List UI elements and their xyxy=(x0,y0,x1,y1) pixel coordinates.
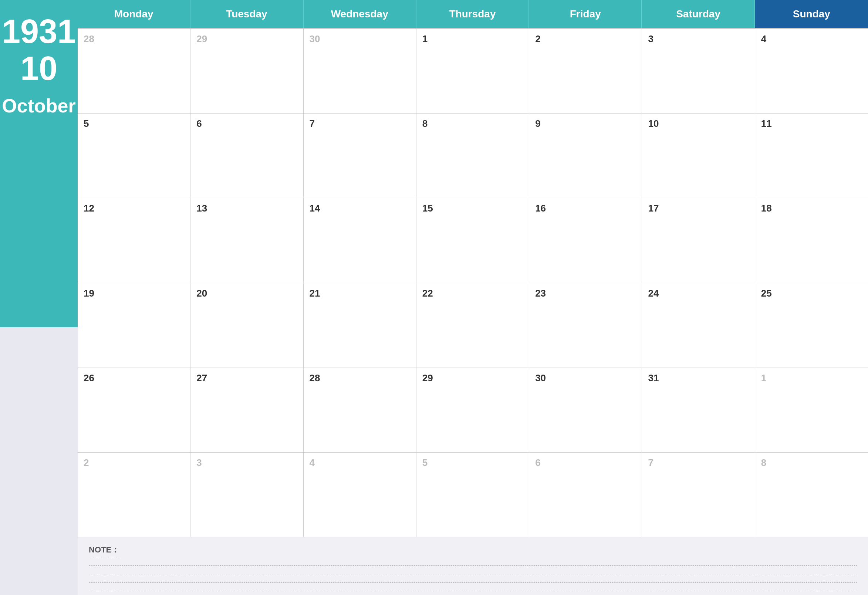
day-number: 3 xyxy=(648,33,653,44)
day-cell[interactable]: 23 xyxy=(529,283,642,368)
week-row-2: 567891011 xyxy=(78,114,868,198)
day-number: 26 xyxy=(84,372,94,384)
day-cell[interactable]: 6 xyxy=(529,453,642,537)
day-number: 3 xyxy=(196,457,202,468)
day-cell[interactable]: 8 xyxy=(755,453,868,537)
week-row-3: 12131415161718 xyxy=(78,198,868,283)
day-number: 30 xyxy=(535,372,546,384)
day-number: 28 xyxy=(84,33,94,44)
day-cell[interactable]: 29 xyxy=(416,368,529,452)
day-number: 4 xyxy=(761,33,766,44)
day-number: 1 xyxy=(422,33,428,44)
day-number: 7 xyxy=(648,457,653,468)
calendar-grid: MondayTuesdayWednesdayThursdayFridaySatu… xyxy=(78,0,868,537)
day-number: 15 xyxy=(422,203,433,214)
day-number: 25 xyxy=(761,288,772,299)
day-cell[interactable]: 27 xyxy=(190,368,303,452)
day-header-thursday: Thursday xyxy=(416,0,529,28)
day-cell[interactable]: 8 xyxy=(416,114,529,198)
day-cell[interactable]: 7 xyxy=(642,453,755,537)
day-cell[interactable]: 10 xyxy=(642,114,755,198)
day-cell[interactable]: 11 xyxy=(755,114,868,198)
day-header-friday: Friday xyxy=(529,0,642,28)
day-number: 17 xyxy=(648,203,659,214)
day-cell[interactable]: 14 xyxy=(304,198,416,282)
day-cell[interactable]: 17 xyxy=(642,198,755,282)
day-number: 18 xyxy=(761,203,772,214)
week-row-4: 19202122232425 xyxy=(78,283,868,368)
day-cell[interactable]: 24 xyxy=(642,283,755,368)
day-cell[interactable]: 2 xyxy=(78,453,190,537)
day-cell[interactable]: 25 xyxy=(755,283,868,368)
day-number: 6 xyxy=(535,457,540,468)
day-cell[interactable]: 15 xyxy=(416,198,529,282)
day-number: 14 xyxy=(310,203,320,214)
year-label: 1931 xyxy=(2,15,76,48)
day-number: 27 xyxy=(196,372,207,384)
day-number: 21 xyxy=(310,288,320,299)
day-cell[interactable]: 28 xyxy=(78,29,190,113)
day-number: 1 xyxy=(761,372,766,384)
day-number: 5 xyxy=(422,457,428,468)
day-number: 9 xyxy=(535,118,540,129)
day-headers-row: MondayTuesdayWednesdayThursdayFridaySatu… xyxy=(78,0,868,29)
day-cell[interactable]: 13 xyxy=(190,198,303,282)
month-number-label: 10 xyxy=(20,52,57,85)
day-cell[interactable]: 30 xyxy=(304,29,416,113)
day-cell[interactable]: 16 xyxy=(529,198,642,282)
day-header-saturday: Saturday xyxy=(642,0,755,28)
notes-section: NOTE： xyxy=(78,537,868,595)
calendar-page: 1931 10 October MondayTuesdayWednesdayTh… xyxy=(0,0,868,595)
weeks-container: 2829301234567891011121314151617181920212… xyxy=(78,29,868,537)
day-header-wednesday: Wednesday xyxy=(304,0,416,28)
day-number: 20 xyxy=(196,288,207,299)
week-row-5: 2627282930311 xyxy=(78,368,868,453)
day-number: 4 xyxy=(310,457,315,468)
day-cell[interactable]: 19 xyxy=(78,283,190,368)
day-number: 12 xyxy=(84,203,94,214)
day-cell[interactable]: 2 xyxy=(529,29,642,113)
day-cell[interactable]: 31 xyxy=(642,368,755,452)
day-header-tuesday: Tuesday xyxy=(190,0,303,28)
day-cell[interactable]: 18 xyxy=(755,198,868,282)
day-cell[interactable]: 4 xyxy=(755,29,868,113)
day-cell[interactable]: 22 xyxy=(416,283,529,368)
day-cell[interactable]: 30 xyxy=(529,368,642,452)
day-cell[interactable]: 6 xyxy=(190,114,303,198)
week-row-1: 2829301234 xyxy=(78,29,868,114)
day-number: 19 xyxy=(84,288,94,299)
note-line-2 xyxy=(89,574,857,574)
day-cell[interactable]: 3 xyxy=(190,453,303,537)
day-number: 29 xyxy=(196,33,207,44)
day-cell[interactable]: 1 xyxy=(416,29,529,113)
day-cell[interactable]: 9 xyxy=(529,114,642,198)
day-cell[interactable]: 5 xyxy=(416,453,529,537)
day-number: 8 xyxy=(761,457,766,468)
day-cell[interactable]: 21 xyxy=(304,283,416,368)
day-cell[interactable]: 29 xyxy=(190,29,303,113)
note-line-4 xyxy=(89,591,857,591)
day-number: 6 xyxy=(196,118,202,129)
day-cell[interactable]: 4 xyxy=(304,453,416,537)
day-header-monday: Monday xyxy=(78,0,190,28)
day-number: 24 xyxy=(648,288,659,299)
day-cell[interactable]: 7 xyxy=(304,114,416,198)
note-line-1 xyxy=(89,565,857,566)
day-number: 28 xyxy=(310,372,320,384)
day-number: 8 xyxy=(422,118,428,129)
day-number: 22 xyxy=(422,288,433,299)
day-number: 7 xyxy=(310,118,315,129)
day-cell[interactable]: 20 xyxy=(190,283,303,368)
day-number: 29 xyxy=(422,372,433,384)
day-number: 2 xyxy=(84,457,89,468)
day-cell[interactable]: 26 xyxy=(78,368,190,452)
day-cell[interactable]: 3 xyxy=(642,29,755,113)
day-cell[interactable]: 12 xyxy=(78,198,190,282)
day-cell[interactable]: 5 xyxy=(78,114,190,198)
sidebar: 1931 10 October xyxy=(0,0,78,595)
day-cell[interactable]: 28 xyxy=(304,368,416,452)
day-number: 2 xyxy=(535,33,540,44)
day-cell[interactable]: 1 xyxy=(755,368,868,452)
note-label: NOTE： xyxy=(89,544,120,557)
month-name-label: October xyxy=(2,96,75,115)
